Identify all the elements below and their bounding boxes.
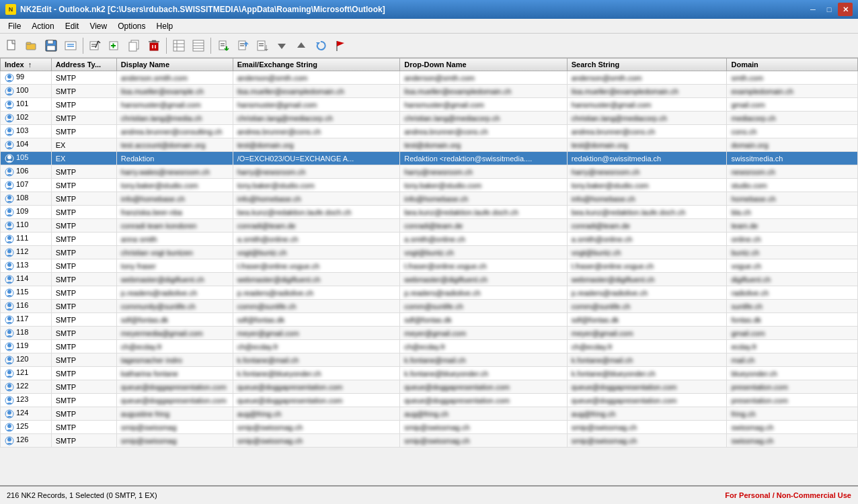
toolbar-export[interactable] (61, 36, 80, 55)
toolbar-edit[interactable] (86, 36, 105, 55)
table-row[interactable]: 118SMTPmeyermedia@gmail.commeyer@gmail.c… (1, 327, 858, 340)
svg-point-72 (7, 196, 11, 200)
toolbar-copy2[interactable] (214, 36, 233, 55)
table-row[interactable]: 103SMTPandrea.brunner@consulting.chandre… (1, 125, 858, 138)
toolbar-flag[interactable] (331, 36, 350, 55)
table-row[interactable]: 124SMTPaugustine fringaug@fring.chaug@fr… (1, 407, 858, 421)
table-row[interactable]: 113SMTPtony frasert.fraser@online.vogue.… (1, 259, 858, 273)
cell-addrtype: SMTP (51, 246, 116, 259)
toolbar-move[interactable] (233, 36, 252, 55)
status-bar: 216 NK2 Records, 1 Selected (0 SMTP, 1 E… (0, 485, 858, 504)
col-header-index[interactable]: Index ↑ (1, 58, 52, 71)
close-button[interactable]: ✕ (838, 3, 853, 16)
toolbar-delete[interactable] (145, 36, 163, 55)
table-row[interactable]: 105EXRedaktion/O=EXCH023/OU=EXCHANGE A..… (1, 152, 858, 165)
menu-help[interactable]: Help (151, 19, 179, 33)
table-row[interactable]: 125SMTPsmip@swissmagsmip@swissmag.chsmip… (1, 421, 858, 434)
toolbar-open[interactable] (22, 36, 41, 55)
cell-addrtype: SMTP (51, 340, 116, 353)
cell-email: lisa.mueller@exampledomain.ch (233, 85, 400, 98)
cell-index: 106 (1, 165, 52, 179)
cell-domain: fontas.dk (727, 313, 858, 327)
toolbar-save[interactable] (42, 36, 61, 55)
cell-displayname: christian vogt buntzen (116, 246, 233, 259)
cell-addrtype: SMTP (51, 353, 116, 367)
table-row[interactable]: 119SMTPch@ecday.frch@ecday.frch@ecday.fr… (1, 340, 858, 353)
col-header-domain[interactable]: Domain (727, 58, 858, 71)
toolbar-add[interactable] (106, 36, 124, 55)
table-row[interactable]: 126SMTPsmip@swissmagsmip@swissmag.chsmip… (1, 434, 858, 448)
minimize-button[interactable]: ─ (806, 3, 820, 16)
table-scroll-area[interactable]: Index ↑ Address Ty... Display Name Email… (0, 58, 858, 485)
cell-email: p.readers@radiolive.ch (233, 286, 400, 300)
table-row[interactable]: 111SMTPanna smitha.smith@online.cha.smit… (1, 233, 858, 246)
cell-dropdown: p.readers@radiolive.ch (400, 286, 568, 300)
cell-dropdown: christian.lang@mediacorp.ch (400, 112, 568, 125)
cell-dropdown: Redaktion <redaktion@swissitmedia.... (400, 152, 568, 165)
cell-displayname: test.account@domain.org (116, 138, 233, 152)
toolbar-new[interactable] (3, 36, 22, 55)
cell-index: 99 (1, 71, 52, 85)
col-header-search[interactable]: Search String (567, 58, 727, 71)
toolbar-view2[interactable] (189, 36, 208, 55)
menu-view[interactable]: View (84, 19, 112, 33)
table-row[interactable]: 120SMTPtagesmacher indrok.fontane@mail.c… (1, 353, 858, 367)
svg-point-104 (7, 411, 11, 415)
table-row[interactable]: 122SMTPqueue@doggapresentation.comqueue@… (1, 380, 858, 394)
toolbar-import[interactable] (253, 36, 272, 55)
table-row[interactable]: 100SMTPlisa.mueller@example.chlisa.muell… (1, 85, 858, 98)
table-row[interactable]: 109SMTPfranziska.beer-nbabea.kunz@redakt… (1, 206, 858, 219)
cell-domain: fring.ch (727, 407, 858, 421)
cell-displayname: anderson.smith.com (116, 71, 233, 85)
svg-point-90 (7, 317, 11, 321)
toolbar-up[interactable] (292, 36, 311, 55)
menu-action[interactable]: Action (26, 19, 59, 33)
menu-file[interactable]: File (3, 19, 26, 33)
cell-index: 109 (1, 206, 52, 219)
cell-index: 116 (1, 300, 52, 313)
menu-options[interactable]: Options (112, 19, 151, 33)
cell-addrtype: SMTP (51, 380, 116, 394)
cell-domain: vogue.ch (727, 259, 858, 273)
table-row[interactable]: 115SMTPp.readers@radiolive.chp.readers@r… (1, 286, 858, 300)
menu-edit[interactable]: Edit (60, 19, 85, 33)
cell-domain: exampledomain.ch (727, 85, 858, 98)
table-row[interactable]: 110SMTPconradi team kondorenconradi@team… (1, 219, 858, 233)
table-row[interactable]: 121SMTPkatharina fontanek.fontane@blueyo… (1, 367, 858, 380)
table-row[interactable]: 112SMTPchristian vogt buntzenvogt@buntz.… (1, 246, 858, 259)
table-row[interactable]: 101SMTPhansmuster@gmail.comhansmuster@gm… (1, 98, 858, 112)
maximize-button[interactable]: □ (822, 3, 836, 16)
cell-displayname: conradi team kondoren (116, 219, 233, 233)
col-header-displayname[interactable]: Display Name (116, 58, 233, 71)
cell-email: info@homebase.ch (233, 192, 400, 206)
table-row[interactable]: 104EXtest.account@domain.orgtest@domain.… (1, 138, 858, 152)
svg-point-92 (7, 330, 11, 334)
cell-index: 105 (1, 152, 52, 165)
table-row[interactable]: 107SMTPtony.baker@studio.comtony.baker@s… (1, 179, 858, 192)
table-row[interactable]: 117SMTPsdf@fontas.dksdf@fontas.dksdf@fon… (1, 313, 858, 327)
cell-displayname: franziska.beer-nba (116, 206, 233, 219)
cell-email: hansmuster@gmail.com (233, 98, 400, 112)
table-row[interactable]: 116SMTPcommunity@sunlife.chcomm@sunlife.… (1, 300, 858, 313)
col-header-dropdown[interactable]: Drop-Down Name (400, 58, 568, 71)
col-header-addrtype[interactable]: Address Ty... (51, 58, 116, 71)
col-header-email[interactable]: Email/Exchange String (233, 58, 400, 71)
table-row[interactable]: 108SMTPinfo@homebase.chinfo@homebase.chi… (1, 192, 858, 206)
table-row[interactable]: 102SMTPchristian.lang@media.chchristian.… (1, 112, 858, 125)
table-row[interactable]: 106SMTPharry.wales@newsroom.chharry@news… (1, 165, 858, 179)
table-row[interactable]: 99SMTPanderson.smith.comanderson@smth.co… (1, 71, 858, 85)
table-row[interactable]: 123SMTPqueue@doggapresentation.comqueue@… (1, 394, 858, 407)
toolbar-copy[interactable] (125, 36, 144, 55)
cell-email: andrea.brunner@cons.ch (233, 125, 400, 138)
cell-email: aug@fring.ch (233, 407, 400, 421)
toolbar-view1[interactable] (169, 36, 188, 55)
toolbar-down[interactable] (272, 36, 291, 55)
svg-rect-19 (150, 43, 158, 50)
toolbar-refresh[interactable] (311, 36, 330, 55)
cell-email: smip@swissmag.ch (233, 421, 400, 434)
cell-domain: radiolive.ch (727, 286, 858, 300)
table-row[interactable]: 114SMTPwebmaster@digifluent.chwebmaster@… (1, 273, 858, 286)
cell-displayname: anna smith (116, 233, 233, 246)
cell-domain: cons.ch (727, 125, 858, 138)
cell-email: k.fontane@blueyonder.ch (233, 367, 400, 380)
